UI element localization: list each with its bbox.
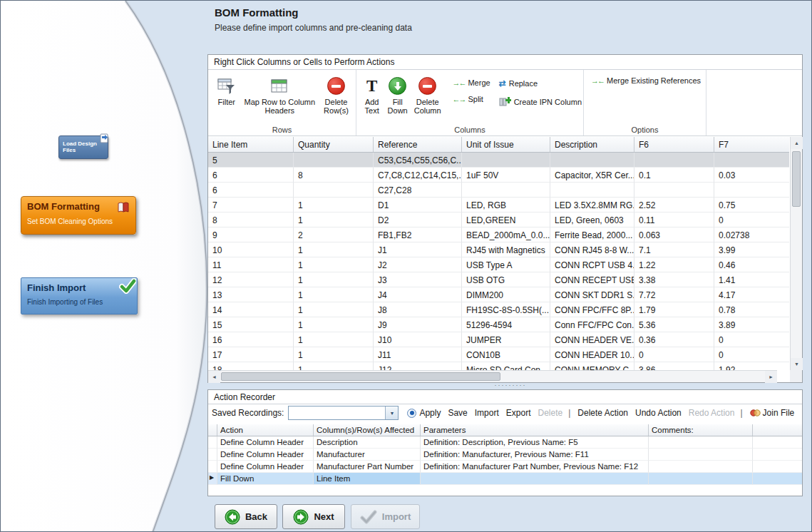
cell[interactable]: 17: [208, 347, 294, 362]
undo-action-command[interactable]: Undo Action: [635, 408, 682, 418]
column-header[interactable]: Description: [550, 137, 634, 152]
cell[interactable]: Definition: Manufacturer Part Number, Pr…: [421, 461, 649, 473]
table-row[interactable]: 141J8FH19SC-8S-0.5SH(...CONN FPC/FFC 8P.…: [208, 302, 789, 317]
cell[interactable]: 7: [208, 198, 294, 213]
cell[interactable]: 1.92: [714, 362, 789, 370]
cell[interactable]: 0.46: [714, 257, 789, 272]
delete-action-command[interactable]: Delete Action: [577, 408, 628, 418]
cell[interactable]: J10: [374, 332, 462, 347]
cell[interactable]: 6: [208, 168, 294, 183]
cell[interactable]: LED 3.5X2.8MM RG...: [550, 198, 634, 213]
import-command[interactable]: Import: [475, 408, 499, 418]
cell[interactable]: 3.38: [634, 272, 714, 287]
column-header[interactable]: Parameters: [421, 424, 649, 436]
cell[interactable]: LED, RGB: [462, 198, 550, 213]
cell[interactable]: [462, 153, 550, 168]
scroll-up-icon[interactable]: ▲: [791, 137, 803, 149]
cell[interactable]: J1: [374, 242, 462, 257]
column-header[interactable]: F7: [714, 137, 789, 152]
cell[interactable]: J8: [374, 302, 462, 317]
table-row[interactable]: 181J12Micro SD Card Con...CONN MEMORY C.…: [208, 362, 789, 370]
cell[interactable]: DIMM200: [462, 287, 550, 302]
cell[interactable]: Ferrite Bead, 2000...: [550, 227, 634, 242]
cell[interactable]: 14: [208, 302, 294, 317]
cell[interactable]: 3.86: [634, 362, 714, 370]
cell[interactable]: BEAD_2000mA_0.0...: [462, 227, 550, 242]
cell[interactable]: [550, 153, 634, 168]
cell[interactable]: 8: [208, 213, 294, 227]
cell[interactable]: 1: [294, 242, 374, 257]
horizontal-scrollbar-thumb[interactable]: [221, 372, 500, 381]
cell[interactable]: USB OTG: [462, 272, 550, 287]
map-row-to-column-headers-button[interactable]: Map Row to Column Headers: [242, 73, 317, 116]
cell[interactable]: 0: [714, 332, 789, 347]
cell[interactable]: 1.22: [634, 257, 714, 272]
saved-recordings-combobox[interactable]: ▼: [288, 406, 399, 420]
join-file-command[interactable]: Join File: [763, 408, 795, 418]
cell[interactable]: [462, 183, 550, 198]
cell[interactable]: 1: [294, 362, 374, 370]
add-text-button[interactable]: T Add Text: [361, 73, 383, 116]
filter-button[interactable]: Filter: [212, 73, 241, 107]
cell[interactable]: 18: [208, 362, 294, 370]
export-command[interactable]: Export: [506, 408, 531, 418]
cell[interactable]: [649, 449, 753, 461]
cell[interactable]: 0.03: [714, 168, 789, 183]
step-bom-formatting[interactable]: BOM Formatting Set BOM Cleaning Options: [21, 196, 136, 235]
cell[interactable]: 12: [208, 272, 294, 287]
cell[interactable]: 1: [294, 272, 374, 287]
create-ipn-column-button[interactable]: Create IPN Column: [499, 96, 582, 108]
back-button[interactable]: Back: [215, 504, 277, 529]
cell[interactable]: LED, Green, 0603: [550, 213, 634, 227]
cell[interactable]: FH19SC-8S-0.5SH(...: [462, 302, 550, 317]
cell[interactable]: 0: [714, 347, 789, 362]
cell[interactable]: 0.063: [634, 227, 714, 242]
cell[interactable]: C27,C28: [374, 183, 462, 198]
cell[interactable]: Capacitor, X5R Cer...: [550, 168, 634, 183]
vertical-scrollbar[interactable]: ▲ ▼: [790, 137, 802, 370]
combobox-dropdown-icon[interactable]: ▼: [385, 406, 398, 419]
cell[interactable]: 0: [714, 213, 789, 227]
fill-down-button[interactable]: Fill Down: [384, 73, 411, 116]
scroll-right-icon[interactable]: ►: [765, 371, 777, 383]
table-row[interactable]: 131J4DIMM200CONN SKT DDR1 S...7.724.17: [208, 287, 789, 302]
split-button[interactable]: ←→ Split: [452, 95, 490, 103]
delete-rows-button[interactable]: Delete Row(s): [319, 73, 354, 116]
cell[interactable]: [294, 153, 374, 168]
cell[interactable]: Line Item: [314, 473, 421, 485]
cell[interactable]: 1: [294, 213, 374, 227]
cell[interactable]: 1uF 50V: [462, 168, 550, 183]
cell[interactable]: J3: [374, 272, 462, 287]
cell[interactable]: CONN HEADER VE...: [550, 332, 634, 347]
table-row[interactable]: 111J2USB Type ACONN RCPT USB 4...1.220.4…: [208, 257, 789, 272]
cell[interactable]: 15: [208, 317, 294, 332]
cell[interactable]: [421, 473, 649, 485]
cell[interactable]: 8: [294, 168, 374, 183]
cell[interactable]: 2.52: [634, 198, 714, 213]
cell[interactable]: Fill Down: [217, 473, 314, 485]
cell[interactable]: 1: [294, 257, 374, 272]
action-row[interactable]: ▶Fill DownLine Item: [208, 473, 802, 485]
cell[interactable]: 11: [208, 257, 294, 272]
vertical-scrollbar-thumb[interactable]: [792, 151, 801, 207]
splitter-handle[interactable]: ·········: [471, 382, 550, 389]
action-row[interactable]: Define Column HeaderDescriptionDefinitio…: [208, 436, 802, 449]
cell[interactable]: Manufacturer Part Number: [314, 461, 421, 473]
cell[interactable]: 1: [294, 347, 374, 362]
cell[interactable]: 7.1: [634, 242, 714, 257]
step-load-design-files[interactable]: Load Design Files: [58, 135, 108, 159]
cell[interactable]: Definition: Manufacturer, Previous Name:…: [421, 449, 649, 461]
replace-button[interactable]: ⇄ Replace: [499, 78, 582, 88]
cell[interactable]: 0.11: [634, 213, 714, 227]
cell[interactable]: RJ45 with Magnetics: [462, 242, 550, 257]
apply-radio[interactable]: [407, 409, 416, 418]
table-row[interactable]: 68C7,C8,C12,C14,C15,...1uF 50VCapacitor,…: [208, 168, 789, 183]
cell[interactable]: CONN MEMORY C...: [550, 362, 634, 370]
step-finish-import[interactable]: Finish Import Finish Importing of Files: [21, 277, 138, 314]
cell[interactable]: Description: [314, 436, 421, 449]
table-row[interactable]: 92FB1,FB2BEAD_2000mA_0.0...Ferrite Bead,…: [208, 227, 789, 242]
cell[interactable]: 3.89: [714, 317, 789, 332]
cell[interactable]: 6: [208, 183, 294, 198]
column-header[interactable]: Column(s)/Row(s) Affected: [314, 424, 421, 436]
cell[interactable]: 1.41: [714, 272, 789, 287]
